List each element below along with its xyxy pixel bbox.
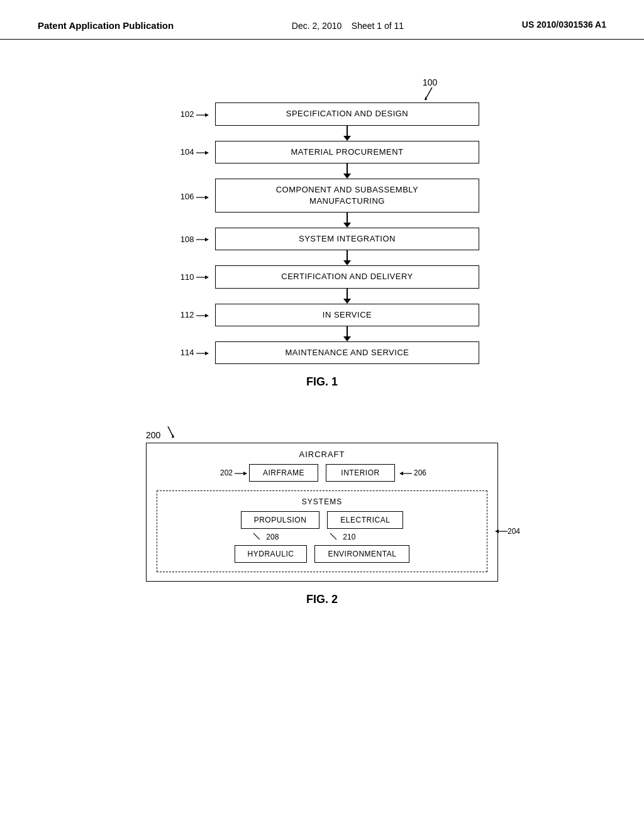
svg-line-0 (426, 87, 432, 99)
flowchart-fig1: 102 SPECIFICATION AND DESIGN (165, 102, 479, 364)
systems-dashed-box: SYSTEMS PROPULSION ELECTRICAL (157, 490, 487, 572)
flow-row-108: 108 SYSTEM INTEGRATION (165, 228, 479, 250)
label-106: 106 (165, 189, 215, 201)
label-206: 206 (399, 468, 426, 477)
systems-ids-row: 208 210 (166, 533, 478, 541)
label-114: 114 (165, 348, 215, 357)
svg-marker-5 (205, 151, 209, 155)
aircraft-outer-box: AIRCRAFT 202 AIRF (146, 443, 498, 582)
box-106: COMPONENT AND SUBASSEMBLY MANUFACTURING (215, 179, 479, 213)
svg-marker-15 (205, 351, 209, 355)
publication-title: Patent Application Publication (38, 19, 174, 32)
svg-line-16 (168, 426, 173, 436)
label-202: 202 (220, 468, 247, 477)
fig2-caption: FIG. 2 (146, 593, 498, 606)
svg-marker-9 (205, 238, 209, 241)
flow-row-104: 104 MATERIAL PROCUREMENT (165, 141, 479, 163)
sheet-info: Sheet 1 of 11 (352, 21, 404, 31)
hydraulic-box: HYDRAULIC (235, 545, 308, 563)
main-content: 100 102 SPECIFICA (0, 40, 644, 619)
svg-marker-19 (243, 472, 247, 475)
label-204: 204 (495, 527, 520, 536)
box-102: SPECIFICATION AND DESIGN (215, 102, 479, 125)
box-108: SYSTEM INTEGRATION (215, 228, 479, 250)
id-210: 210 (328, 533, 355, 541)
fig1-ref-100: 100 (423, 77, 441, 102)
flow-row-114: 114 MAINTENANCE AND SERVICE (165, 341, 479, 364)
page: Patent Application Publication Dec. 2, 2… (0, 0, 644, 830)
flow-row-112: 112 IN SERVICE (165, 304, 479, 326)
label-108: 108 (165, 235, 215, 244)
box-112: IN SERVICE (215, 304, 479, 326)
propulsion-box: PROPULSION (241, 511, 320, 529)
interior-box: INTERIOR (326, 464, 395, 482)
svg-marker-3 (205, 113, 209, 117)
box-110: CERTIFICATION AND DELIVERY (215, 265, 479, 288)
svg-line-22 (253, 533, 260, 540)
publication-date: Dec. 2, 2010 (292, 21, 341, 31)
aircraft-title: AIRCRAFT (157, 450, 487, 459)
systems-title: SYSTEMS (166, 497, 478, 506)
airframe-box: AIRFRAME (249, 464, 318, 482)
svg-line-23 (330, 533, 336, 540)
svg-marker-13 (205, 314, 209, 318)
svg-marker-21 (399, 472, 403, 475)
box-104: MATERIAL PROCUREMENT (215, 141, 479, 163)
arrow-2 (343, 163, 351, 179)
arrow-1 (343, 126, 351, 141)
flow-row-106: 106 COMPONENT AND SUBASSEMBLY MANUFACTUR… (165, 179, 479, 213)
id-208: 208 (252, 533, 279, 541)
box-114: MAINTENANCE AND SERVICE (215, 341, 479, 364)
header: Patent Application Publication Dec. 2, 2… (0, 0, 644, 40)
fig1-caption: FIG. 1 (165, 375, 479, 389)
environmental-box: ENVIRONMENTAL (314, 545, 409, 563)
label-112: 112 (165, 310, 215, 319)
label-104: 104 (165, 147, 215, 157)
label-102: 102 (165, 109, 215, 119)
svg-marker-7 (205, 196, 209, 199)
electrical-box: ELECTRICAL (327, 511, 403, 529)
svg-marker-11 (205, 275, 209, 279)
arrow-3 (343, 213, 351, 228)
arrow-5 (343, 289, 351, 304)
flow-row-102: 102 SPECIFICATION AND DESIGN (165, 102, 479, 125)
header-center: Dec. 2, 2010 Sheet 1 of 11 (292, 19, 404, 33)
arrow-4 (343, 250, 351, 265)
arrow-6 (343, 326, 351, 341)
fig2-ref-200: 200 (146, 426, 498, 440)
patent-number: US 2010/0301536 A1 (522, 19, 606, 31)
label-110: 110 (165, 272, 215, 282)
svg-marker-25 (495, 529, 499, 533)
flow-row-110: 110 CERTIFICATION AND DELIVERY (165, 265, 479, 288)
